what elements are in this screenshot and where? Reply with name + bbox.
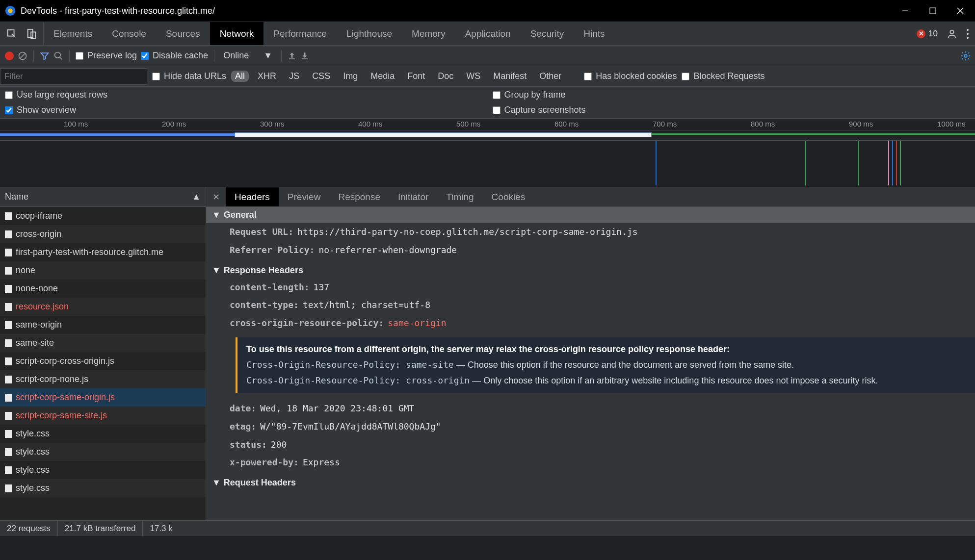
tab-hints[interactable]: Hints xyxy=(574,22,614,45)
tab-memory[interactable]: Memory xyxy=(402,22,455,45)
inspect-icon[interactable] xyxy=(3,25,21,43)
close-button[interactable] xyxy=(955,7,965,14)
file-row[interactable]: style.css xyxy=(0,479,206,497)
gear-icon[interactable] xyxy=(960,51,971,61)
date-label: date: xyxy=(230,402,256,416)
type-all[interactable]: All xyxy=(231,71,249,82)
svg-rect-3 xyxy=(930,8,936,14)
record-button[interactable] xyxy=(5,51,14,60)
window-title: DevTools - first-party-test-with-resourc… xyxy=(21,6,900,16)
tick: 800 ms xyxy=(751,120,775,128)
section-general[interactable]: ▼General xyxy=(206,207,975,223)
hide-data-urls-checkbox[interactable]: Hide data URLs xyxy=(152,71,226,81)
file-list: coop-iframecross-originfirst-party-test-… xyxy=(0,207,206,520)
file-row[interactable]: script-corp-cross-origin.js xyxy=(0,352,206,370)
file-row[interactable]: style.css xyxy=(0,443,206,461)
type-css[interactable]: CSS xyxy=(308,71,334,82)
tab-elements[interactable]: Elements xyxy=(44,22,102,45)
chevron-down-icon: ▼ xyxy=(212,478,221,488)
tab-performance[interactable]: Performance xyxy=(264,22,337,45)
file-row[interactable]: cross-origin xyxy=(0,225,206,243)
timeline[interactable]: 100 ms 200 ms 300 ms 400 ms 500 ms 600 m… xyxy=(0,118,975,187)
section-response-headers[interactable]: ▼Response Headers xyxy=(206,262,975,279)
tick: 300 ms xyxy=(260,120,284,128)
dtab-headers[interactable]: Headers xyxy=(226,187,279,206)
blocked-requests-checkbox[interactable]: Blocked Requests xyxy=(682,71,764,81)
file-row[interactable]: resource.json xyxy=(0,298,206,316)
download-icon[interactable] xyxy=(300,51,309,60)
file-row[interactable]: none xyxy=(0,261,206,280)
file-icon xyxy=(5,466,12,474)
name-column-header[interactable]: Name ▲ xyxy=(0,187,206,207)
tick: 100 ms xyxy=(64,120,88,128)
file-row[interactable]: same-site xyxy=(0,334,206,352)
more-icon[interactable] xyxy=(966,28,969,39)
dtab-initiator[interactable]: Initiator xyxy=(389,187,437,206)
type-manifest[interactable]: Manifest xyxy=(489,71,530,82)
tab-console[interactable]: Console xyxy=(102,22,156,45)
type-ws[interactable]: WS xyxy=(462,71,484,82)
capture-screenshots-checkbox[interactable]: Capture screenshots xyxy=(493,105,971,115)
dtab-cookies[interactable]: Cookies xyxy=(483,187,534,206)
blocked-cookies-checkbox[interactable]: Has blocked cookies xyxy=(584,71,677,81)
type-js[interactable]: JS xyxy=(285,71,303,82)
type-xhr[interactable]: XHR xyxy=(254,71,280,82)
disable-cache-checkbox[interactable]: Disable cache xyxy=(141,51,208,61)
tab-network[interactable]: Network xyxy=(210,22,264,45)
tab-application[interactable]: Application xyxy=(455,22,521,45)
file-icon xyxy=(5,357,12,365)
type-other[interactable]: Other xyxy=(535,71,565,82)
search-icon[interactable] xyxy=(53,51,63,61)
filter-icon[interactable] xyxy=(40,51,50,61)
filter-input[interactable] xyxy=(0,68,147,85)
svg-rect-17 xyxy=(289,58,295,59)
dtab-response[interactable]: Response xyxy=(329,187,389,206)
file-row[interactable]: first-party-test-with-resource.glitch.me xyxy=(0,243,206,261)
blocked-cookies-label: Has blocked cookies xyxy=(596,71,677,81)
file-row[interactable]: coop-iframe xyxy=(0,207,206,225)
file-row[interactable]: style.css xyxy=(0,461,206,479)
svg-point-11 xyxy=(967,33,969,35)
file-icon xyxy=(5,321,12,329)
large-rows-checkbox[interactable]: Use large request rows xyxy=(5,90,483,100)
group-by-frame-checkbox[interactable]: Group by frame xyxy=(493,90,971,100)
profile-icon[interactable] xyxy=(947,28,957,39)
dtab-preview[interactable]: Preview xyxy=(279,187,330,206)
clear-button[interactable] xyxy=(18,51,27,61)
tab-sources[interactable]: Sources xyxy=(156,22,210,45)
section-request-headers[interactable]: ▼Request Headers xyxy=(206,475,975,491)
tick: 1000 ms xyxy=(937,120,966,128)
error-indicator[interactable]: ✕ 10 xyxy=(917,29,938,39)
xpoweredby-value: Express xyxy=(303,456,340,470)
file-row[interactable]: script-corp-same-origin.js xyxy=(0,388,206,407)
maximize-button[interactable] xyxy=(928,7,938,14)
type-media[interactable]: Media xyxy=(367,71,398,82)
file-row[interactable]: none-none xyxy=(0,280,206,298)
file-name: style.css xyxy=(16,465,50,475)
show-overview-checkbox[interactable]: Show overview xyxy=(5,105,483,115)
etag-label: etag: xyxy=(230,420,256,434)
file-row[interactable]: same-origin xyxy=(0,316,206,334)
type-font[interactable]: Font xyxy=(403,71,429,82)
file-row[interactable]: script-corp-same-site.js xyxy=(0,407,206,425)
minimize-button[interactable] xyxy=(900,7,910,14)
info-l2-code: Cross-Origin-Resource-Policy: cross-orig… xyxy=(246,375,470,385)
throttling-select[interactable]: Online ▼ xyxy=(220,51,275,61)
file-row[interactable]: script-corp-none.js xyxy=(0,370,206,388)
tab-lighthouse[interactable]: Lighthouse xyxy=(337,22,402,45)
dtab-timing[interactable]: Timing xyxy=(437,187,482,206)
close-pane-icon[interactable]: ✕ xyxy=(206,187,226,206)
status-label: status: xyxy=(230,438,267,452)
file-icon xyxy=(5,212,12,220)
type-img[interactable]: Img xyxy=(339,71,362,82)
type-doc[interactable]: Doc xyxy=(434,71,457,82)
file-row[interactable]: style.css xyxy=(0,425,206,443)
tab-security[interactable]: Security xyxy=(521,22,574,45)
file-icon xyxy=(5,303,12,311)
device-icon[interactable] xyxy=(23,25,40,43)
upload-icon[interactable] xyxy=(288,51,296,60)
file-name: style.css xyxy=(16,447,50,457)
detail-tabs: ✕ Headers Preview Response Initiator Tim… xyxy=(206,187,975,207)
file-icon xyxy=(5,249,12,256)
preserve-log-checkbox[interactable]: Preserve log xyxy=(76,51,137,61)
